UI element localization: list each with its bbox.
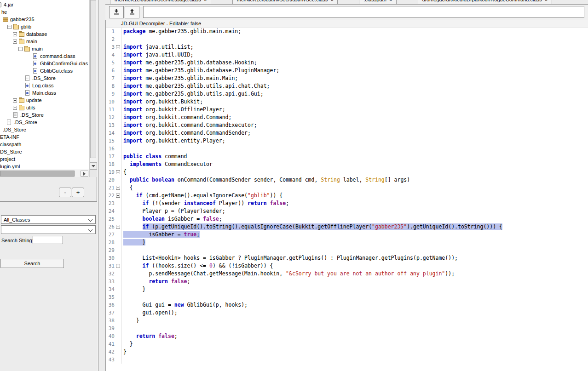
expand-icon[interactable]	[13, 32, 17, 36]
fold-collapse-icon[interactable]	[116, 45, 120, 49]
code-line[interactable]: 37 gui.open();	[106, 309, 588, 317]
tree-item[interactable]: database	[0, 30, 89, 38]
tree-item[interactable]: 4.jar	[0, 1, 89, 8]
tab[interactable]: me/NieK1e/JustInvSee/JustInvSee.classx	[232, 0, 338, 5]
code-line[interactable]: 30 List<Hookin> hooks = isGabber ? Plugi…	[106, 254, 588, 262]
expand-icon[interactable]	[13, 98, 17, 103]
code-line[interactable]: 34 }	[106, 285, 588, 293]
tab-close-icon[interactable]: x	[204, 0, 207, 2]
fold-collapse-icon[interactable]	[116, 264, 120, 268]
collapse-icon[interactable]	[13, 40, 17, 44]
search-input[interactable]	[33, 236, 63, 244]
toolbar-field[interactable]	[143, 6, 584, 18]
horizontal-scrollbar-thumb[interactable]	[0, 171, 75, 177]
tree-item[interactable]: Main.class	[0, 89, 89, 97]
tree-item[interactable]: Log.class	[0, 82, 89, 89]
tree-item[interactable]: GblibGui.class	[0, 67, 89, 74]
code-line[interactable]: 1package me.gabber235.gblib.main.main;	[106, 28, 588, 35]
expand-icon[interactable]	[13, 106, 17, 110]
collapse-icon[interactable]	[7, 25, 12, 29]
code-line[interactable]: 20 public boolean onCommand(CommandSende…	[106, 176, 588, 184]
tree-horizontal-scrollbar[interactable]	[0, 170, 89, 177]
tab-close-icon[interactable]: x	[390, 0, 392, 2]
code-editor[interactable]: 1package me.gabber235.gblib.main.main;23…	[106, 28, 588, 371]
code-line[interactable]: 26 if (p.getUniqueId().toString().equals…	[106, 223, 588, 231]
fold-collapse-icon[interactable]	[116, 194, 120, 198]
scroll-down-arrow-icon[interactable]	[90, 162, 97, 170]
code-line[interactable]: 15import org.bukkit.entity.Player;	[106, 137, 588, 145]
code-line[interactable]: 18 implements CommandExecutor	[106, 160, 588, 168]
code-line[interactable]: 23 if (!(sender instanceof Player)) retu…	[106, 200, 588, 207]
code-line[interactable]: 29	[106, 246, 588, 254]
collapse-icon[interactable]	[18, 47, 23, 51]
tree-item[interactable]: .DS_Store	[0, 74, 89, 82]
code-line[interactable]: 32 p.sendMessage(Chat.getMessage(Main.ho…	[106, 270, 588, 278]
tree-item[interactable]: lugin.yml	[0, 163, 89, 170]
code-line[interactable]: 16	[106, 145, 588, 153]
tab[interactable]: .classpathx	[359, 0, 397, 5]
code-line[interactable]: 22 if (cmd.getName().equalsIgnoreCase("g…	[106, 192, 588, 200]
code-line[interactable]: 9import me.gabber235.gblib.utils.api.gui…	[106, 90, 588, 98]
code-line[interactable]: 6import me.gabber235.gblib.database.Plug…	[106, 67, 588, 74]
code-line[interactable]: 2	[106, 35, 588, 43]
tree-item[interactable]: he	[0, 8, 89, 16]
fold-collapse-icon[interactable]	[116, 225, 120, 229]
code-line[interactable]: 4import java.util.UUID;	[106, 51, 588, 59]
code-line[interactable]: 12import org.bukkit.command.Command;	[106, 114, 588, 121]
code-line[interactable]: 24 Player p = (Player)sender;	[106, 207, 588, 215]
tree-item[interactable]: .DS_Store	[0, 119, 89, 126]
tree-item[interactable]: utils	[0, 104, 89, 111]
tab-close-icon[interactable]: x	[545, 0, 548, 2]
code-line[interactable]: 10import org.bukkit.Bukkit;	[106, 98, 588, 106]
tree-item[interactable]: main	[0, 38, 89, 45]
code-line[interactable]: 8import me.gabber235.gblib.utils.api.cha…	[106, 82, 588, 90]
tree-item[interactable]: command.class	[0, 52, 89, 60]
code-line[interactable]: 17public class command	[106, 153, 588, 160]
code-line[interactable]: 41 }	[106, 340, 588, 348]
vertical-scrollbar-thumb[interactable]	[90, 0, 96, 158]
tree-item[interactable]: project	[0, 155, 89, 163]
code-line[interactable]: 27 isGabber = true;	[106, 231, 588, 239]
code-line[interactable]: 5import me.gabber235.gblib.database.Hook…	[106, 59, 588, 67]
tab[interactable]: d/omegacraft/kiedioz/rparkour/RogueComma…	[418, 0, 552, 5]
tree-item[interactable]: gabber235	[0, 16, 89, 23]
tree-item[interactable]: classpath	[0, 141, 89, 148]
font-decrease-button[interactable]: -	[59, 188, 71, 197]
save-source-button[interactable]	[125, 6, 139, 18]
code-line[interactable]: 39	[106, 325, 588, 332]
code-line[interactable]: 35	[106, 293, 588, 301]
tree-item[interactable]: GblibConfirmGui.clas	[0, 60, 89, 67]
code-line[interactable]: 31 if ((hooks.size() <= 0) && (!isGabber…	[106, 262, 588, 270]
tab[interactable]: me/NieK1e/JustInvSee/Message.classx	[110, 0, 211, 5]
code-line[interactable]: 42}	[106, 348, 588, 356]
tree-item[interactable]: .DS_Store	[0, 126, 89, 133]
search-button[interactable]: Search	[0, 259, 64, 268]
tree-item[interactable]: .DS_Store	[0, 111, 89, 119]
tab-close-icon[interactable]: x	[331, 0, 333, 2]
code-line[interactable]: 43	[106, 356, 588, 364]
code-line[interactable]: 13import org.bukkit.command.CommandExecu…	[106, 121, 588, 129]
code-line[interactable]: 3import java.util.List;	[106, 43, 588, 51]
font-increase-button[interactable]: +	[72, 188, 84, 197]
code-line[interactable]: 7import me.gabber235.gblib.main.Main;	[106, 74, 588, 82]
code-line[interactable]: 11import org.bukkit.OfflinePlayer;	[106, 106, 588, 114]
tree-item[interactable]: gblib	[0, 23, 89, 30]
code-line[interactable]: 28 }	[106, 239, 588, 246]
code-line[interactable]: 19{	[106, 168, 588, 176]
code-line[interactable]: 25 boolean isGabber = false;	[106, 215, 588, 223]
tree-item[interactable]: update	[0, 97, 89, 104]
code-line[interactable]: 36 Gui gui = new GblibGui(p, hooks);	[106, 301, 588, 309]
tree-item[interactable]: ETA-INF	[0, 133, 89, 141]
open-file-button[interactable]	[109, 6, 124, 18]
fold-collapse-icon[interactable]	[116, 186, 120, 190]
fold-collapse-icon[interactable]	[116, 170, 120, 174]
scroll-right-arrow-icon[interactable]	[81, 171, 88, 177]
tree-item[interactable]: main	[0, 45, 89, 52]
class-filter-select[interactable]: All_Classes	[1, 215, 96, 224]
secondary-filter-select[interactable]	[1, 225, 96, 234]
tree-item[interactable]: DS_Store	[0, 148, 89, 155]
tree-vertical-scrollbar[interactable]	[89, 0, 97, 170]
code-line[interactable]: 38 }	[106, 317, 588, 325]
code-line[interactable]: 21 {	[106, 184, 588, 192]
code-line[interactable]: 40 return false;	[106, 332, 588, 340]
